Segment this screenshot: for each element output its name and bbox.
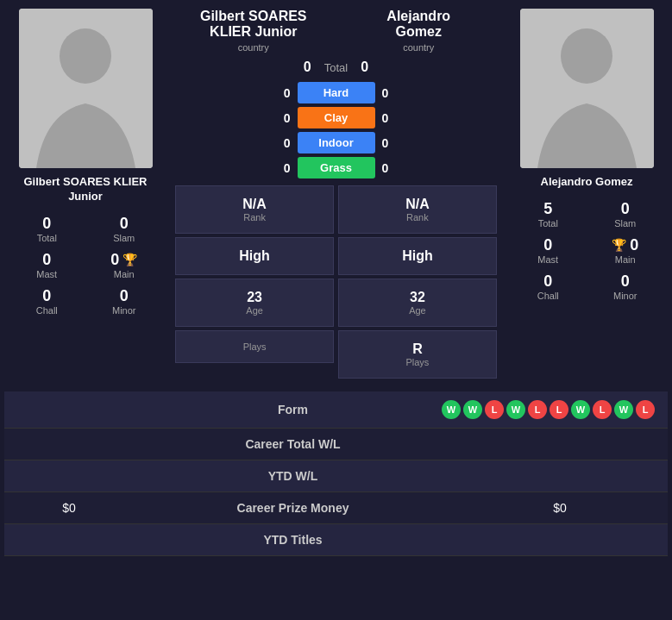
left-info-boxes: N/A Rank High 23 Age Plays xyxy=(171,185,501,379)
right-stat-chall: 0 Chall xyxy=(510,269,587,304)
right-rank-box: N/A Rank xyxy=(338,185,497,234)
left-name-display: Gilbert SOARESKLIER Junior xyxy=(171,9,336,40)
left-rank-box: N/A Rank xyxy=(175,185,334,234)
main-container: Gilbert SOARES KLIERJunior 0 Total 0 Sla… xyxy=(0,0,672,556)
left-player-name: Gilbert SOARES KLIERJunior xyxy=(23,175,147,204)
career-total-label: Career Total W/L xyxy=(121,437,465,451)
ytd-titles-row: YTD Titles xyxy=(4,524,668,556)
ytd-wl-label: YTD W/L xyxy=(121,469,465,483)
career-prize-label: Career Prize Money xyxy=(121,501,465,515)
svg-point-1 xyxy=(60,28,111,84)
right-stat-slam: 0 Slam xyxy=(587,197,664,232)
left-stat-total: 0 Total xyxy=(9,211,85,247)
right-age-box: 32 Age xyxy=(338,279,497,327)
form-row: Form W W L W L L W L W L xyxy=(4,391,668,429)
form-badge-6: W xyxy=(571,400,590,419)
left-stat-slam: 0 Slam xyxy=(86,211,163,247)
bottom-section: Form W W L W L L W L W L Career Total W xyxy=(0,391,672,556)
clay-surface-btn[interactable]: Clay xyxy=(298,107,375,128)
indoor-surface-btn[interactable]: Indoor xyxy=(298,132,375,153)
right-stat-total: 5 Total xyxy=(510,197,587,232)
form-badge-5: L xyxy=(550,400,568,419)
right-high-box: High xyxy=(338,237,497,275)
form-badge-1: W xyxy=(463,400,482,419)
surface-rows: 0 Hard 0 0 Clay 0 0 Indoor 0 0 Grass xyxy=(171,82,501,178)
left-player-photo xyxy=(19,9,153,168)
career-prize-row: $0 Career Prize Money $0 xyxy=(4,492,668,524)
left-plays-box: Plays xyxy=(175,330,334,363)
left-stat-mast: 0 Mast xyxy=(9,247,85,283)
ytd-titles-label: YTD Titles xyxy=(121,533,465,547)
total-row: 0 Total 0 xyxy=(304,59,368,75)
left-player-column: Gilbert SOARES KLIERJunior 0 Total 0 Sla… xyxy=(9,9,162,379)
career-total-row: Career Total W/L xyxy=(4,429,668,460)
form-badge-8: W xyxy=(614,400,633,419)
form-label: Form xyxy=(121,403,465,416)
surface-clay-row: 0 Clay 0 xyxy=(171,107,501,128)
surface-hard-row: 0 Hard 0 xyxy=(171,82,501,103)
right-stat-main: 🏆 0 Main xyxy=(587,233,664,268)
left-age-box: 23 Age xyxy=(175,279,334,327)
form-badge-4: L xyxy=(528,400,547,419)
right-prize: $0 xyxy=(465,501,655,515)
svg-point-3 xyxy=(561,28,612,84)
grass-surface-btn[interactable]: Grass xyxy=(298,157,375,178)
form-badge-7: L xyxy=(593,400,612,419)
ytd-wl-row: YTD W/L xyxy=(4,460,668,492)
right-name-display: AlejandroGomez xyxy=(336,9,502,40)
player-comparison-row: Gilbert SOARES KLIERJunior 0 Total 0 Sla… xyxy=(0,0,672,387)
form-badge-9: L xyxy=(636,400,655,419)
form-badge-0: W xyxy=(442,400,461,419)
center-column: Gilbert SOARESKLIER Junior country Aleja… xyxy=(166,9,506,379)
form-badges-container: W W L W L L W L W L xyxy=(465,400,655,419)
surface-grass-row: 0 Grass 0 xyxy=(171,157,501,178)
left-stat-chall: 0 Chall xyxy=(9,284,85,319)
form-badge-3: W xyxy=(506,400,525,419)
left-country-display: country xyxy=(171,42,336,53)
left-high-box: High xyxy=(175,237,334,275)
right-stat-minor: 0 Minor xyxy=(587,269,664,304)
left-stat-main: 0 🏆 Main xyxy=(86,247,163,283)
right-player-column: Alejandro Gomez 5 Total 0 Slam 0 Mast 🏆 xyxy=(510,9,663,379)
right-country-display: country xyxy=(336,42,502,53)
left-trophy-icon: 🏆 xyxy=(122,253,137,266)
left-prize: $0 xyxy=(17,501,121,515)
left-stat-minor: 0 Minor xyxy=(86,284,163,319)
surface-indoor-row: 0 Indoor 0 xyxy=(171,132,501,153)
right-plays-box: R Plays xyxy=(338,330,497,379)
right-player-photo xyxy=(520,9,654,168)
right-stat-mast: 0 Mast xyxy=(510,233,587,268)
right-trophy-icon: 🏆 xyxy=(612,238,626,252)
form-badges: W W L W L L W L W L xyxy=(442,400,655,419)
hard-surface-btn[interactable]: Hard xyxy=(298,82,375,103)
right-player-name: Alejandro Gomez xyxy=(541,175,633,190)
form-badge-2: L xyxy=(485,400,504,419)
